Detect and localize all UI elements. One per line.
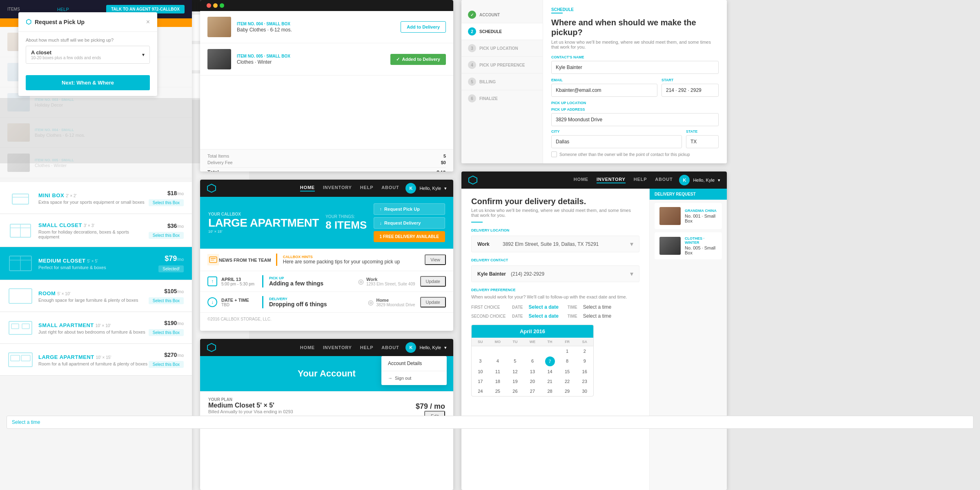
storage-large-apartment[interactable]: LARGE APARTMENT10' × 15' Room for a full… [0,344,192,376]
tl-yellow[interactable] [213,3,218,8]
delivery-update-btn[interactable]: Update [420,297,446,307]
contact-name-input[interactable] [551,61,719,74]
cal-day-19[interactable]: 19 [506,376,524,386]
storage-medium-closet[interactable]: MEDIUM CLOSET5' × 5' Perfect for small f… [0,247,192,280]
sched-question: Where and when should we make the pickup… [551,18,719,37]
nav-inventory[interactable]: INVENTORY [323,185,352,192]
account-details-option[interactable]: Account Details [381,356,447,371]
small-closet-select-btn[interactable]: Select this Box [149,232,184,239]
select-time-btn[interactable]: Select a time [7,416,973,429]
request-delivery-btn[interactable]: ↓ Request Delivery [374,217,445,229]
delivery-pref-desc: When would work for your? We'll call to … [471,294,639,299]
step-pickup-location[interactable]: 3 PICK UP LOCATION [461,40,543,57]
modal-select-dropdown[interactable]: A closet 10-20 boxes plus a few odds and… [26,46,150,64]
cal-day-14[interactable]: 14 [541,367,559,376]
nav-user[interactable]: K Hello, Kyle ▾ [405,183,447,194]
cal-day-5[interactable]: 5 [506,356,524,367]
cal-day-6[interactable]: 6 [524,356,541,367]
cal-day-30[interactable]: 30 [576,386,593,396]
delivery-contact-select[interactable]: Kyle Bainter (214) 292-2929 ▾ [471,265,639,282]
nav-help[interactable]: HELP [360,185,374,192]
storage-mini-box[interactable]: MINI BOX2' × 2' Extra space for your spo… [0,182,192,214]
pickup-update-btn[interactable]: Update [420,276,446,287]
del-first-choice-time[interactable]: Select a time [583,304,611,310]
topbar-help[interactable]: HELP [57,7,69,12]
request-pickup-btn[interactable]: ↑ Request Pick Up [374,203,445,215]
phone-input[interactable] [662,84,719,97]
cal-day-29[interactable]: 29 [559,386,576,396]
acc-nav-user[interactable]: K Hello, Kyle ▾ [405,342,447,353]
cal-day-7-today[interactable]: 7 [545,356,555,366]
tl-green[interactable] [220,3,224,8]
step-finalize[interactable]: 6 FINALIZE [461,90,543,107]
city-input[interactable] [551,135,682,148]
step-account[interactable]: ✓ ACCOUNT [461,7,543,23]
storage-small-closet[interactable]: SMALL CLOSET3' × 3' Room for holiday dec… [0,214,192,247]
cal-day-1[interactable]: 1 [559,346,576,356]
add-to-delivery-btn-1[interactable]: Add to Delivery [401,21,446,33]
storage-small-apartment[interactable]: SMALL APARTMENT10' × 10' Just right for … [0,312,192,344]
small-apt-select-btn[interactable]: Select this Box [149,329,184,336]
signout-option[interactable]: → Sign out [381,371,447,385]
cal-day-11[interactable]: 11 [489,367,507,376]
cal-day-22[interactable]: 22 [559,376,576,386]
cal-day-13[interactable]: 13 [524,367,541,376]
cal-day-17[interactable]: 17 [472,376,489,386]
cal-day-23[interactable]: 23 [576,376,593,386]
cal-day-10[interactable]: 10 [472,367,489,376]
del-second-choice-time[interactable]: Select a time [583,313,611,319]
cal-day-24[interactable]: 24 [472,386,489,396]
cal-day-28[interactable]: 28 [541,386,559,396]
step-schedule[interactable]: 2 SCHEDULE [461,23,543,40]
medium-closet-select-btn[interactable]: Selected! [158,265,184,272]
nav-about[interactable]: ABOUT [381,185,399,192]
mini-box-select-btn[interactable]: Select this Box [149,199,184,206]
news-text: Here are some packing tips for your upco… [283,259,425,265]
tl-red[interactable] [207,3,211,8]
cal-day-15[interactable]: 15 [559,367,576,376]
cal-day-2[interactable]: 2 [576,346,593,356]
room-select-btn[interactable]: Select this Box [149,297,184,304]
modal-close-btn[interactable]: × [146,18,150,26]
del-nav-user[interactable]: K Hello, Kyle ▾ [679,175,720,185]
step-billing[interactable]: 5 BILLING [461,74,543,90]
pickup-addr-input[interactable] [551,113,719,126]
state-input[interactable] [686,135,719,148]
cal-day-4[interactable]: 4 [489,356,507,367]
del-first-choice-date[interactable]: Select a date [528,304,558,310]
cal-day-26[interactable]: 26 [506,386,524,396]
cal-day-21[interactable]: 21 [541,376,559,386]
acc-nav-inventory[interactable]: INVENTORY [323,345,352,350]
del-second-choice-date[interactable]: Select a date [528,313,558,319]
cal-day-20[interactable]: 20 [524,376,541,386]
storage-room[interactable]: ROOM5' × 10' Enough space for large furn… [0,280,192,312]
added-to-delivery-btn-2[interactable]: ✓ Added to Delivery [390,54,446,65]
large-apt-select-btn[interactable]: Select this Box [149,361,184,368]
cal-day-12[interactable]: 12 [506,367,524,376]
del-nav-home[interactable]: HOME [574,177,588,183]
del-nav-about[interactable]: ABOUT [655,177,673,183]
del-nav-inventory[interactable]: INVENTORY [597,177,626,183]
cal-day-9[interactable]: 9 [576,356,593,367]
free-delivery-cta[interactable]: 1 FREE DELIVERY AVAILABLE [374,231,445,242]
del-first-choice-row: FIRST CHOICE DATE Select a date TIME Sel… [471,304,639,310]
cal-day-3[interactable]: 3 [472,356,489,367]
email-input[interactable] [551,84,657,97]
cal-day-25[interactable]: 25 [489,386,507,396]
acc-nav-about[interactable]: ABOUT [381,345,399,350]
cal-day-27[interactable]: 27 [524,386,541,396]
other-contact-cb[interactable] [551,151,557,157]
cal-day-18[interactable]: 18 [489,376,507,386]
acc-nav-help[interactable]: HELP [360,345,374,350]
step-pickup-pref[interactable]: 4 PICK UP PREFERENCE [461,57,543,74]
nav-home[interactable]: HOME [300,185,315,192]
cal-day-16[interactable]: 16 [576,367,593,376]
step-5-label: BILLING [479,80,496,84]
delivery-loc-select[interactable]: Work 3892 Elm Street, Suite 19, Dallas, … [471,236,639,252]
cal-empty-3 [506,346,524,356]
news-view-btn[interactable]: View [425,254,446,265]
cal-day-8[interactable]: 8 [559,356,576,367]
modal-next-btn[interactable]: Next: When & Where [26,75,150,90]
del-nav-help[interactable]: HELP [634,177,647,183]
acc-nav-home[interactable]: HOME [300,345,315,350]
